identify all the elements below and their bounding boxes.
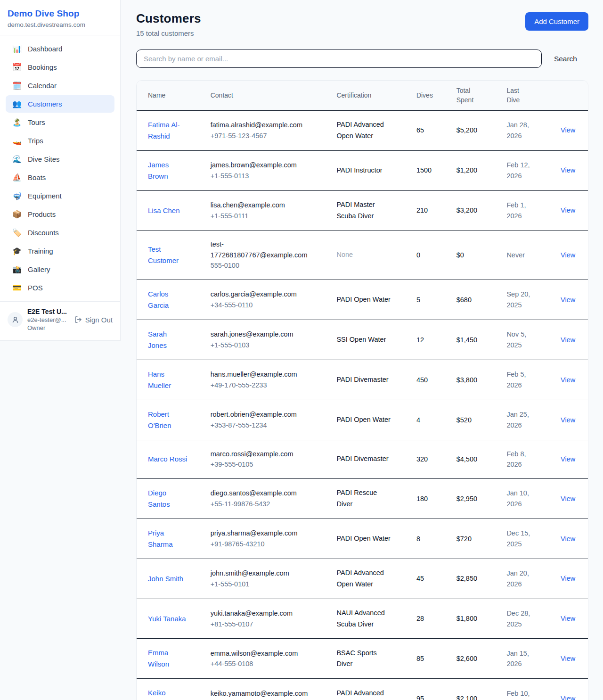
customer-name-link[interactable]: Marco Rossi	[148, 455, 187, 463]
customer-name-link[interactable]: Test Customer	[148, 256, 187, 264]
view-link[interactable]: View	[561, 296, 575, 304]
sidebar-item-calendar[interactable]: 🗓️ Calendar	[6, 77, 114, 94]
customer-total-spent: $3,800	[451, 360, 501, 400]
view-link[interactable]: View	[561, 455, 575, 463]
add-customer-button[interactable]: Add Customer	[525, 12, 588, 31]
customer-last-dive: Feb 8, 2026	[506, 449, 534, 470]
customer-phone: +1-555-0111	[211, 211, 326, 221]
customer-phone: +353-87-555-1234	[211, 420, 326, 430]
customer-dives: 8	[411, 519, 451, 559]
customer-dives: 0	[411, 231, 451, 280]
sign-out-button[interactable]: Sign Out	[74, 316, 113, 324]
customer-dives: 320	[411, 440, 451, 478]
customer-dives: 12	[411, 320, 451, 360]
search-input[interactable]	[136, 49, 542, 68]
view-link[interactable]: View	[561, 575, 575, 582]
customer-name-link[interactable]: Hans Mueller	[148, 381, 187, 389]
customer-dives: 1500	[411, 150, 451, 190]
bar-chart-icon: 📊	[12, 45, 22, 53]
customer-dives: 4	[411, 400, 451, 440]
customer-certification: PADI Open Water	[336, 533, 390, 544]
sidebar-item-trips[interactable]: 🚤 Trips	[6, 132, 114, 149]
page-title: Customers	[136, 11, 201, 26]
col-header-certification: Certification	[331, 81, 410, 110]
customer-last-dive: Jan 28, 2026	[506, 120, 534, 141]
customer-name-link[interactable]: Lisa Chen	[148, 206, 180, 214]
view-link[interactable]: View	[561, 615, 575, 622]
customer-name-link[interactable]: Sarah Jones	[148, 341, 187, 349]
sidebar-item-gallery[interactable]: 📸 Gallery	[6, 261, 114, 278]
customer-email: emma.wilson@example.com	[211, 648, 310, 659]
graduation-cap-icon: 🎓	[12, 247, 22, 255]
sidebar-item-tours[interactable]: 🏝️ Tours	[6, 114, 114, 131]
brand: Demo Dive Shop demo.test.divestreams.com	[0, 0, 120, 35]
customer-name-link[interactable]: Priya Sharma	[148, 540, 187, 548]
sidebar-item-products[interactable]: 📦 Products	[6, 206, 114, 223]
customer-email: carlos.garcia@example.com	[211, 289, 310, 299]
sidebar-item-label: Bookings	[28, 63, 57, 71]
customer-email: test-1772681807767@example.com	[211, 239, 310, 260]
sidebar-item-dashboard[interactable]: 📊 Dashboard	[6, 40, 114, 58]
user-section: E2E Test U... e2e-tester@... Owner Sign …	[0, 302, 120, 338]
customer-name-link[interactable]: Robert O'Brien	[148, 421, 187, 429]
view-link[interactable]: View	[561, 376, 575, 384]
sidebar-item-label: Customers	[28, 100, 62, 108]
view-link[interactable]: View	[561, 695, 575, 700]
sidebar-item-discounts[interactable]: 🏷️ Discounts	[6, 224, 114, 241]
customer-phone: +44-555-0108	[211, 659, 326, 669]
view-link[interactable]: View	[561, 416, 575, 424]
customer-email: marco.rossi@example.com	[211, 449, 310, 459]
customer-name-link[interactable]: Fatima Al-Rashid	[148, 132, 187, 140]
view-link[interactable]: View	[561, 495, 575, 502]
credit-card-icon: 💳	[12, 284, 22, 292]
customer-phone: +1-555-0103	[211, 340, 326, 350]
customer-last-dive: Jan 25, 2026	[506, 409, 534, 430]
customer-certification: PADI Divemaster	[336, 374, 388, 386]
camera-icon: 📸	[12, 266, 22, 273]
view-link[interactable]: View	[561, 336, 575, 344]
customer-last-dive: Dec 28, 2025	[506, 608, 534, 629]
customer-name-link[interactable]: Yuki Tanaka	[148, 615, 186, 623]
customer-name-link[interactable]: Carlos Garcia	[148, 301, 187, 309]
customer-name-link[interactable]: James Brown	[148, 172, 187, 180]
customer-total-spent: $3,200	[451, 190, 501, 231]
sidebar-item-label: Equipment	[28, 192, 62, 200]
customer-name-link[interactable]: Emma Wilson	[148, 660, 187, 668]
sidebar-item-label: Dive Sites	[28, 155, 60, 163]
table-row: Lisa Chen lisa.chen@example.com +1-555-0…	[137, 190, 588, 231]
sidebar-item-pos[interactable]: 💳 POS	[6, 279, 114, 296]
tag-icon: 🏷️	[12, 229, 22, 237]
customer-dives: 5	[411, 280, 451, 320]
sidebar-item-boats[interactable]: ⛵ Boats	[6, 169, 114, 186]
sidebar-item-training[interactable]: 🎓 Training	[6, 242, 114, 260]
search-button[interactable]: Search	[542, 51, 588, 67]
view-link[interactable]: View	[561, 206, 575, 214]
calendar-icon: 📅	[12, 64, 22, 71]
brand-name[interactable]: Demo Dive Shop	[8, 8, 113, 19]
view-link[interactable]: View	[561, 126, 575, 134]
view-link[interactable]: View	[561, 166, 575, 174]
customer-certification: PADI Advanced Open Water	[336, 568, 392, 590]
table-row: Test Customer test-1772681807767@example…	[137, 231, 588, 280]
customer-total-spent: $520	[451, 400, 501, 440]
view-link[interactable]: View	[561, 251, 575, 259]
customer-phone: +1-555-0101	[211, 579, 326, 589]
customer-phone: +39-555-0105	[211, 459, 326, 469]
customer-name-link[interactable]: Diego Santos	[148, 500, 187, 508]
sidebar-item-dive-sites[interactable]: 🌊 Dive Sites	[6, 150, 114, 168]
table-row: Sarah Jones sarah.jones@example.com +1-5…	[137, 320, 588, 360]
view-link[interactable]: View	[561, 535, 575, 543]
customer-dives: 85	[411, 639, 451, 679]
sidebar-item-bookings[interactable]: 📅 Bookings	[6, 58, 114, 76]
view-link[interactable]: View	[561, 655, 575, 662]
customer-total-spent: $1,450	[451, 320, 501, 360]
customer-name-link[interactable]: John Smith	[148, 575, 183, 583]
customer-certification: PADI Open Water	[336, 294, 390, 305]
island-icon: 🏝️	[12, 119, 22, 126]
customer-last-dive: Sep 20, 2025	[506, 289, 534, 310]
customer-dives: 45	[411, 559, 451, 599]
sidebar-item-equipment[interactable]: 🤿 Equipment	[6, 187, 114, 205]
sidebar-item-customers[interactable]: 👥 Customers	[6, 95, 114, 113]
customer-certification: BSAC Sports Diver	[336, 648, 392, 670]
sidebar-item-label: POS	[28, 284, 43, 292]
